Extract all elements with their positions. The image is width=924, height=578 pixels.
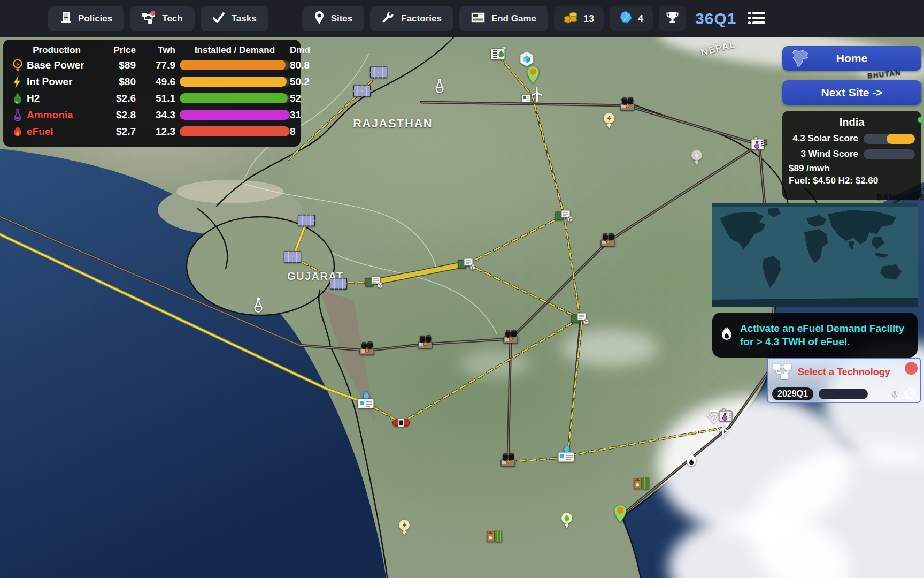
end-game-button[interactable]: End Game [459, 6, 548, 31]
farm-marker[interactable] [487, 530, 503, 543]
task-notification[interactable]: Activate an eFuel Demand Facility for > … [712, 313, 918, 358]
game-date: 36Q1 [695, 10, 736, 28]
home-button[interactable]: Home [782, 46, 921, 71]
region-name: India [789, 116, 915, 128]
grid-node-marker[interactable] [365, 275, 383, 289]
cube-marker[interactable] [519, 51, 534, 67]
tech-button[interactable]: Tech [130, 6, 194, 31]
ammonia-factory-marker[interactable] [750, 136, 768, 150]
header-installed-demand: Installed / Demand [180, 45, 290, 56]
flame-icon [720, 325, 734, 345]
grid-node-marker[interactable] [458, 257, 476, 271]
solar-farm-marker[interactable] [369, 66, 388, 79]
grid-node-marker[interactable] [555, 209, 573, 223]
row-twh: 49.6 [140, 76, 180, 88]
solar-farm-marker[interactable] [283, 251, 302, 263]
tech-queue-count: 0 [892, 389, 897, 399]
coal-plant-marker[interactable] [499, 453, 517, 468]
flame-marker[interactable] [685, 452, 698, 468]
installed-demand-bar [180, 77, 290, 87]
gem-blue-icon [619, 11, 633, 27]
bulb-pin-green-marker[interactable] [613, 505, 627, 523]
grid-node-marker[interactable] [571, 311, 589, 325]
menu-button[interactable] [748, 11, 766, 27]
bulb-gray-marker[interactable] [690, 149, 704, 166]
coal-plant-marker[interactable] [502, 330, 519, 345]
flame-red-icon [9, 125, 27, 138]
world-minimap[interactable] [712, 203, 918, 307]
coal-plant-marker[interactable] [358, 341, 375, 356]
row-dmd: 31 [290, 109, 305, 121]
notification-text: Activate an eFuel Demand Facility for > … [740, 322, 904, 348]
row-twh: 34.3 [140, 109, 180, 121]
bulb-green-marker[interactable] [560, 512, 574, 529]
water-factory-marker[interactable] [558, 445, 576, 463]
bulb-pin-green-marker[interactable] [526, 66, 540, 84]
solar-score-label: 4.3 Solar Score [792, 133, 858, 144]
car-marker[interactable] [392, 419, 410, 428]
water-factory-marker[interactable] [357, 391, 375, 409]
coal-plant-marker[interactable] [619, 97, 636, 112]
production-row-int-power: Int Power $80 49.6 50.2 [9, 73, 295, 90]
gems-counter[interactable]: 4 [610, 6, 653, 31]
policies-button[interactable]: Policies [48, 6, 124, 31]
wind-factory-marker[interactable] [521, 87, 543, 103]
game-screen: RAJASTHANGUJARATNEPALBHUTANBANGLADESH Po… [0, 0, 924, 578]
flask-factory-marker[interactable] [718, 408, 736, 422]
production-row-base-power: Base Power $89 77.9 80.8 [9, 57, 295, 73]
wrench-icon [382, 11, 395, 27]
region-status-dot [918, 117, 923, 123]
production-header-row: Production Price Twh Installed / Demand … [9, 44, 295, 57]
row-twh: 12.3 [140, 126, 180, 138]
row-price: $2.8 [105, 109, 140, 121]
row-label: H2 [27, 93, 105, 104]
row-label: Ammonia [27, 109, 105, 121]
coal-plant-marker[interactable] [417, 335, 434, 350]
factories-label: Factories [401, 13, 442, 24]
select-technology-card[interactable]: Select a Technology 2029Q1 0 [767, 358, 921, 403]
header-price: Price [105, 45, 140, 56]
coins-counter[interactable]: 13 [554, 6, 604, 31]
wind-turbine-marker[interactable] [717, 424, 729, 439]
flask-marker[interactable] [253, 298, 264, 313]
installed-demand-bar [180, 126, 290, 136]
production-panel: Production Price Twh Installed / Demand … [3, 40, 301, 147]
row-price: $2.6 [105, 93, 140, 104]
solar-farm-marker[interactable] [297, 215, 315, 227]
solar-farm-marker[interactable] [329, 278, 348, 290]
droplet-green-icon [9, 92, 27, 105]
farm-marker[interactable] [634, 477, 650, 490]
row-dmd: 80.8 [290, 59, 314, 71]
header-dmd: Dmd [290, 45, 314, 56]
flask-marker[interactable] [434, 78, 445, 93]
sites-button[interactable]: Sites [302, 6, 365, 31]
factories-button[interactable]: Factories [370, 6, 453, 31]
solar-score-bar [864, 134, 915, 144]
tech-tree-icon [772, 362, 792, 382]
tasks-label: Tasks [232, 13, 257, 24]
installed-demand-bar [180, 110, 290, 120]
home-label: Home [836, 52, 867, 65]
solar-farm-marker[interactable] [353, 85, 371, 97]
row-dmd: 50.2 [290, 76, 314, 88]
top-bar: Policies Tech Tasks Sites Factories End … [0, 0, 924, 37]
bulb-yellow-marker[interactable] [602, 112, 616, 129]
next-site-label: Next Site -> [821, 86, 883, 99]
bulb-yellow-marker[interactable] [397, 519, 411, 536]
india-map-icon [790, 49, 811, 72]
h2-factory-marker[interactable] [490, 47, 507, 60]
production-row-efuel: eFuel $2.7 12.3 8 [9, 123, 295, 140]
tasks-button[interactable]: Tasks [201, 6, 268, 31]
wind-score-bar [864, 149, 915, 159]
installed-demand-bar [180, 93, 290, 103]
achievements-button[interactable] [659, 6, 686, 31]
checkmark-icon [212, 11, 225, 27]
production-row-ammonia: Ammonia $2.8 34.3 31 [9, 107, 295, 123]
row-label: Base Power [27, 59, 105, 71]
end-game-label: End Game [491, 13, 536, 24]
next-site-button[interactable]: Next Site -> [782, 80, 921, 105]
row-twh: 77.9 [140, 59, 180, 71]
coins-icon [564, 11, 578, 27]
coal-plant-marker[interactable] [599, 233, 617, 248]
tech-progress-bar [819, 389, 868, 399]
